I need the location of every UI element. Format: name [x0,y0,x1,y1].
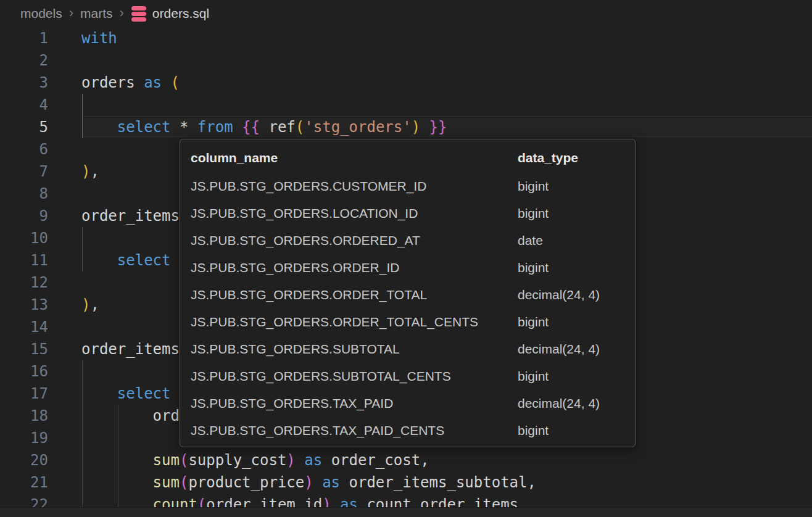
token: ) [81,163,90,180]
code-line[interactable]: 1with [0,27,812,49]
editor-window: models › marts › orders.sql 1with23order… [0,0,812,517]
token: select [117,385,171,402]
line-number[interactable]: 14 [0,316,48,338]
breadcrumb-file-name[interactable]: orders.sql [152,6,209,21]
data-type-cell: decimal(24, 4) [518,287,635,302]
data-type-cell: bigint [518,179,635,194]
tooltip-header-column-name: column_name [191,151,518,165]
token: order_items [81,341,180,358]
line-number[interactable]: 5 [0,116,48,138]
token [188,118,197,136]
column-name-cell: JS.PUB.STG_ORDERS.SUBTOTAL [191,342,518,357]
column-name-cell: JS.PUB.STG_ORDERS.CUSTOMER_ID [191,179,518,194]
token [296,452,304,469]
token [81,385,117,402]
line-number[interactable]: 18 [0,405,48,427]
line-number[interactable]: 3 [0,72,48,94]
code-line[interactable]: 3orders as ( [0,72,812,94]
column-name-cell: JS.PUB.STG_ORDERS.LOCATION_ID [191,206,518,221]
token: with [81,30,117,47]
line-number[interactable]: 2 [0,49,48,72]
column-name-cell: JS.PUB.STG_ORDERS.ORDER_TOTAL [191,287,518,302]
chevron-right-icon: › [69,5,73,21]
column-name-cell: JS.PUB.STG_ORDERS.ORDER_ID [191,260,518,275]
code-text: order_items [81,205,180,227]
token: }} [429,118,447,136]
token: * [180,118,188,136]
token: , [90,296,99,313]
code-text: ord [81,405,180,427]
table-row: JS.PUB.STG_ORDERS.ORDER_TOTAL_CENTSbigin… [180,308,635,336]
code-text: select [81,383,171,405]
code-text: ), [81,160,99,183]
token: ) [304,474,313,491]
code-text: sum(product_price) as order_items_subtot… [81,471,536,494]
breadcrumb-item-marts[interactable]: marts [80,6,113,21]
table-row: JS.PUB.STG_ORDERS.CUSTOMER_IDbigint [180,173,635,200]
data-type-cell: decimal(24, 4) [518,342,635,357]
line-number[interactable]: 19 [0,427,48,449]
token [420,118,429,136]
code-text: sum(supply_cost) as order_cost, [81,449,429,471]
token [233,118,242,136]
table-row: JS.PUB.STG_ORDERS.SUBTOTALdecimal(24, 4) [180,336,635,363]
column-name-cell: JS.PUB.STG_ORDERS.ORDER_TOTAL_CENTS [191,315,518,329]
code-line[interactable]: 20 sum(supply_cost) as order_cost, [0,449,812,471]
token: order_items [81,207,180,225]
token [135,74,144,91]
line-number[interactable]: 7 [0,160,48,183]
line-number[interactable]: 15 [0,338,48,360]
data-type-cell: bigint [518,260,635,275]
column-name-cell: JS.PUB.STG_ORDERS.ORDERED_AT [191,233,518,248]
breadcrumb: models › marts › orders.sql [0,0,812,27]
token: sum [153,452,180,469]
data-type-cell: date [518,233,635,248]
line-number[interactable]: 13 [0,294,48,316]
data-type-cell: bigint [518,423,635,438]
token [313,474,322,491]
token: ( [296,118,304,136]
table-row: JS.PUB.STG_ORDERS.TAX_PAID_CENTSbigint [180,417,635,444]
data-type-cell: decimal(24, 4) [518,396,635,411]
line-number[interactable]: 20 [0,449,48,471]
line-number[interactable]: 16 [0,360,48,383]
code-line[interactable]: 5 select * from {{ ref('stg_orders') }} [0,116,812,138]
code-line[interactable]: 4 [0,94,812,116]
line-number[interactable]: 4 [0,94,48,116]
code-text: select [81,249,171,271]
token: product_price [188,474,304,491]
line-number[interactable]: 9 [0,205,48,227]
token: , [420,452,429,469]
token: select [117,118,171,136]
token: as [144,74,162,91]
line-number[interactable]: 6 [0,138,48,160]
token: orders [81,74,135,91]
breadcrumb-item-models[interactable]: models [20,6,62,21]
line-number[interactable]: 21 [0,471,48,494]
line-number[interactable]: 8 [0,183,48,205]
code-line[interactable]: 2 [0,49,812,72]
line-number[interactable]: 17 [0,383,48,405]
token [81,474,153,491]
token [162,74,170,91]
code-line[interactable]: 21 sum(product_price) as order_items_sub… [0,471,812,494]
token [81,252,117,269]
tooltip-header-row: column_name data_type [180,143,635,173]
data-type-cell: bigint [518,206,635,221]
line-number[interactable]: 11 [0,249,48,271]
column-name-cell: JS.PUB.STG_ORDERS.TAX_PAID_CENTS [191,423,518,438]
schema-tooltip: column_name data_type JS.PUB.STG_ORDERS.… [180,139,636,447]
tooltip-header-data-type: data_type [518,151,635,165]
table-row: JS.PUB.STG_ORDERS.SUBTOTAL_CENTSbigint [180,363,635,390]
token [81,118,117,136]
token: order_items_subtotal [349,474,528,491]
line-number[interactable]: 1 [0,27,48,49]
token: ( [171,74,180,91]
line-number[interactable]: 10 [0,227,48,249]
tooltip-rows: JS.PUB.STG_ORDERS.CUSTOMER_IDbigintJS.PU… [180,173,635,444]
token: ord [81,407,180,424]
table-row: JS.PUB.STG_ORDERS.ORDER_IDbigint [180,254,635,281]
line-number[interactable]: 12 [0,271,48,294]
code-text: select * from {{ ref('stg_orders') }} [81,116,447,138]
token: ( [180,474,188,491]
